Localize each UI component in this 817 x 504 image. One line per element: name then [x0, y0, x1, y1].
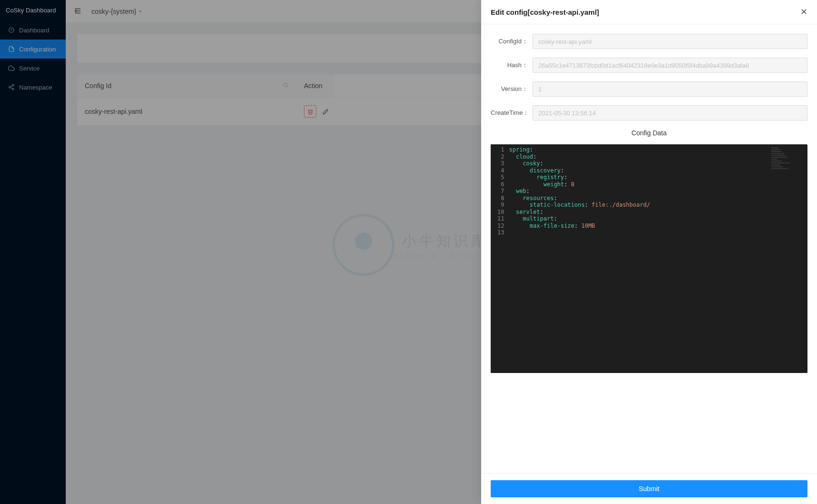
code-editor[interactable]: 12345678910111213 spring: cloud: cosky: …: [491, 144, 807, 373]
input-create-time[interactable]: [533, 105, 807, 121]
input-version[interactable]: [533, 81, 807, 97]
label-version: Version：: [491, 85, 533, 93]
submit-button[interactable]: Submit: [491, 480, 807, 497]
input-hash[interactable]: [533, 58, 807, 73]
line-gutter: 12345678910111213: [491, 144, 509, 373]
edit-config-drawer: Edit config[cosky-rest-api.yaml] ✕ Confi…: [481, 0, 817, 504]
label-create-time: CreateTime：: [491, 109, 533, 117]
drawer-header: Edit config[cosky-rest-api.yaml] ✕: [481, 0, 817, 24]
drawer-title: Edit config[cosky-rest-api.yaml]: [491, 8, 599, 16]
input-config-id[interactable]: [533, 34, 807, 49]
config-data-heading: Config Data: [491, 129, 807, 137]
minimap: [771, 147, 805, 176]
close-icon[interactable]: ✕: [800, 7, 807, 17]
code-lines[interactable]: spring: cloud: cosky: discovery: registr…: [509, 144, 807, 373]
label-hash: Hash：: [491, 61, 533, 70]
label-config-id: ConfigId：: [491, 37, 533, 46]
